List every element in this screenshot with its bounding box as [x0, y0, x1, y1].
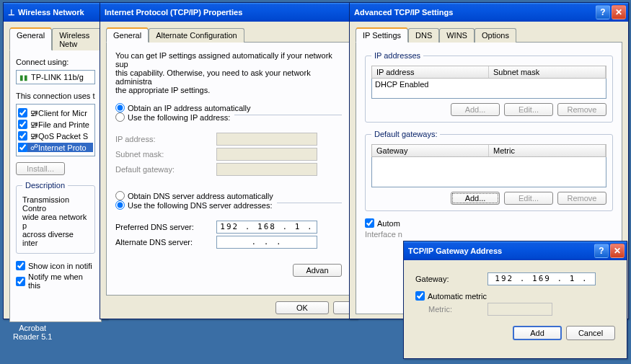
connect-using-label: Connect using: [16, 58, 95, 66]
install-button[interactable]: Install... [16, 162, 65, 175]
chk-tcpip[interactable] [18, 143, 27, 152]
chk-qos[interactable] [18, 131, 27, 141]
ip-list-row[interactable]: DHCP Enabled [375, 80, 603, 89]
cancel-button[interactable]: Cancel [566, 326, 615, 340]
chk-client[interactable] [18, 108, 27, 117]
tab-wins[interactable]: WINS [439, 28, 475, 43]
chk-auto-metric-dlg[interactable] [415, 291, 425, 301]
tab-options[interactable]: Options [475, 28, 516, 43]
close-button[interactable]: ✕ [612, 5, 626, 19]
gw-list[interactable] [371, 157, 606, 187]
ip-list[interactable]: DHCP Enabled [371, 79, 606, 99]
title-text: Advanced TCP/IP Settings [354, 8, 453, 17]
gateway-label: Gateway: [415, 275, 487, 283]
alt-dns-field[interactable]: . . . [216, 236, 317, 249]
title-text: TCP/IP Gateway Address [408, 247, 502, 255]
ip-add-button[interactable]: Add... [451, 103, 500, 116]
gw-edit-button: Edit... [504, 192, 553, 205]
chk-show-icon[interactable] [16, 261, 25, 270]
window-gateway-dialog: TCP/IP Gateway Address ? ✕ Gateway: 192 … [403, 241, 627, 359]
tab-dns[interactable]: DNS [408, 28, 439, 43]
pref-dns-field[interactable]: 192 . 168 . 1 . [216, 221, 317, 234]
description-legend: Description [22, 181, 68, 190]
gateway-input[interactable]: 192 . 169 . 1 . [487, 272, 596, 285]
gateway-field [216, 163, 317, 176]
components-list[interactable]: 🖳Client for Micr 🖳File and Printe 🖳QoS P… [16, 104, 95, 156]
radio-use-ip[interactable] [115, 112, 125, 122]
gateways-legend: Default gateways: [371, 130, 440, 138]
uses-label: This connection uses t [16, 92, 95, 100]
titlebar-advanced[interactable]: Advanced TCP/IP Settings ? ✕ [350, 3, 628, 22]
ip-list-header: IP address Subnet mask [371, 66, 606, 79]
blurb-text: You can get IP settings assigned automat… [115, 51, 342, 94]
radio-use-dns[interactable] [115, 200, 125, 210]
gw-add-button[interactable]: Add... [451, 192, 500, 205]
chk-auto-metric[interactable] [365, 218, 374, 228]
tab-general[interactable]: General [9, 28, 52, 50]
tab-ip-settings[interactable]: IP Settings [356, 28, 408, 43]
tab-general[interactable]: General [106, 28, 149, 43]
radio-auto-dns[interactable] [115, 191, 125, 200]
subnet-field [216, 148, 317, 161]
ip-edit-button: Edit... [504, 103, 553, 116]
ok-button[interactable]: OK [275, 301, 329, 314]
description-text: Transmission Contro wide area network p … [22, 195, 89, 247]
titlebar-tcpip[interactable]: Internet Protocol (TCP/IP) Properties [100, 3, 357, 22]
chk-notify[interactable] [16, 277, 25, 286]
gw-list-header: Gateway Metric [371, 144, 606, 157]
gw-remove-button: Remove [557, 192, 606, 205]
chk-fileprint[interactable] [18, 120, 27, 129]
window-tcpip-props: Internet Protocol (TCP/IP) Properties Ge… [100, 2, 358, 319]
ip-addresses-legend: IP addresses [371, 51, 423, 60]
add-button[interactable]: Add [513, 326, 562, 340]
ip-remove-button: Remove [557, 103, 606, 116]
advanced-button[interactable]: Advan [293, 264, 342, 277]
titlebar-gateway-dialog[interactable]: TCP/IP Gateway Address ? ✕ [404, 241, 627, 260]
tab-wireless-networks[interactable]: Wireless Netw [52, 28, 102, 50]
help-button[interactable]: ? [596, 5, 610, 19]
adapter-box[interactable]: ▮▮ TP-LINK 11b/g [16, 70, 95, 84]
close-button[interactable]: ✕ [610, 244, 625, 258]
window-wireless: ⊥ Wireless Network General Wireless Netw… [3, 2, 108, 319]
tab-alternate[interactable]: Alternate Configuration [149, 28, 244, 43]
help-button[interactable]: ? [594, 244, 609, 258]
title-text: Internet Protocol (TCP/IP) Properties [105, 8, 242, 17]
radio-auto-ip[interactable] [115, 103, 125, 112]
ip-field [216, 133, 317, 146]
metric-label: Metric: [415, 305, 487, 314]
titlebar-wireless[interactable]: ⊥ Wireless Network [4, 3, 107, 22]
title-text: Wireless Network [18, 8, 84, 17]
metric-input [487, 303, 552, 316]
